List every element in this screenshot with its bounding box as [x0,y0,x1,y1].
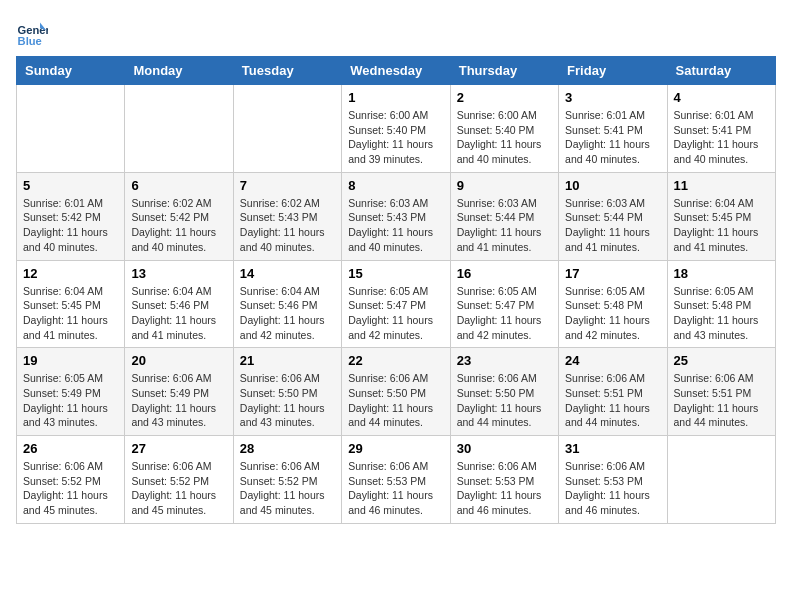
calendar-cell: 25Sunrise: 6:06 AM Sunset: 5:51 PM Dayli… [667,348,775,436]
day-info: Sunrise: 6:00 AM Sunset: 5:40 PM Dayligh… [348,108,443,167]
day-number: 28 [240,441,335,456]
day-info: Sunrise: 6:01 AM Sunset: 5:42 PM Dayligh… [23,196,118,255]
day-number: 25 [674,353,769,368]
calendar-cell: 2Sunrise: 6:00 AM Sunset: 5:40 PM Daylig… [450,85,558,173]
calendar-cell: 8Sunrise: 6:03 AM Sunset: 5:43 PM Daylig… [342,172,450,260]
day-number: 18 [674,266,769,281]
day-info: Sunrise: 6:06 AM Sunset: 5:52 PM Dayligh… [240,459,335,518]
calendar-cell: 28Sunrise: 6:06 AM Sunset: 5:52 PM Dayli… [233,436,341,524]
day-info: Sunrise: 6:04 AM Sunset: 5:45 PM Dayligh… [674,196,769,255]
calendar-cell: 13Sunrise: 6:04 AM Sunset: 5:46 PM Dayli… [125,260,233,348]
calendar-cell: 11Sunrise: 6:04 AM Sunset: 5:45 PM Dayli… [667,172,775,260]
calendar-week: 26Sunrise: 6:06 AM Sunset: 5:52 PM Dayli… [17,436,776,524]
svg-text:General: General [18,24,48,36]
day-number: 15 [348,266,443,281]
day-info: Sunrise: 6:00 AM Sunset: 5:40 PM Dayligh… [457,108,552,167]
day-info: Sunrise: 6:03 AM Sunset: 5:43 PM Dayligh… [348,196,443,255]
day-number: 21 [240,353,335,368]
day-info: Sunrise: 6:04 AM Sunset: 5:46 PM Dayligh… [240,284,335,343]
day-number: 31 [565,441,660,456]
calendar-cell: 23Sunrise: 6:06 AM Sunset: 5:50 PM Dayli… [450,348,558,436]
day-number: 1 [348,90,443,105]
day-info: Sunrise: 6:02 AM Sunset: 5:42 PM Dayligh… [131,196,226,255]
weekday-row: SundayMondayTuesdayWednesdayThursdayFrid… [17,57,776,85]
day-info: Sunrise: 6:05 AM Sunset: 5:47 PM Dayligh… [457,284,552,343]
calendar-cell: 31Sunrise: 6:06 AM Sunset: 5:53 PM Dayli… [559,436,667,524]
calendar-cell: 17Sunrise: 6:05 AM Sunset: 5:48 PM Dayli… [559,260,667,348]
calendar-cell [17,85,125,173]
day-number: 24 [565,353,660,368]
day-info: Sunrise: 6:06 AM Sunset: 5:53 PM Dayligh… [565,459,660,518]
day-info: Sunrise: 6:05 AM Sunset: 5:48 PM Dayligh… [674,284,769,343]
day-number: 26 [23,441,118,456]
weekday-header: Saturday [667,57,775,85]
day-info: Sunrise: 6:06 AM Sunset: 5:50 PM Dayligh… [457,371,552,430]
day-info: Sunrise: 6:05 AM Sunset: 5:49 PM Dayligh… [23,371,118,430]
weekday-header: Monday [125,57,233,85]
svg-text:Blue: Blue [18,35,42,47]
calendar-cell: 7Sunrise: 6:02 AM Sunset: 5:43 PM Daylig… [233,172,341,260]
logo: General Blue [16,16,52,48]
calendar-week: 12Sunrise: 6:04 AM Sunset: 5:45 PM Dayli… [17,260,776,348]
day-number: 29 [348,441,443,456]
calendar-cell: 19Sunrise: 6:05 AM Sunset: 5:49 PM Dayli… [17,348,125,436]
calendar-cell: 14Sunrise: 6:04 AM Sunset: 5:46 PM Dayli… [233,260,341,348]
day-number: 20 [131,353,226,368]
day-number: 19 [23,353,118,368]
calendar-week: 19Sunrise: 6:05 AM Sunset: 5:49 PM Dayli… [17,348,776,436]
calendar-cell [667,436,775,524]
day-number: 13 [131,266,226,281]
day-info: Sunrise: 6:06 AM Sunset: 5:53 PM Dayligh… [457,459,552,518]
weekday-header: Sunday [17,57,125,85]
day-info: Sunrise: 6:06 AM Sunset: 5:49 PM Dayligh… [131,371,226,430]
calendar-cell: 12Sunrise: 6:04 AM Sunset: 5:45 PM Dayli… [17,260,125,348]
calendar-cell: 27Sunrise: 6:06 AM Sunset: 5:52 PM Dayli… [125,436,233,524]
day-number: 14 [240,266,335,281]
day-info: Sunrise: 6:04 AM Sunset: 5:45 PM Dayligh… [23,284,118,343]
logo-icon: General Blue [16,16,48,48]
day-info: Sunrise: 6:06 AM Sunset: 5:52 PM Dayligh… [23,459,118,518]
day-info: Sunrise: 6:02 AM Sunset: 5:43 PM Dayligh… [240,196,335,255]
calendar-body: 1Sunrise: 6:00 AM Sunset: 5:40 PM Daylig… [17,85,776,524]
calendar-cell: 6Sunrise: 6:02 AM Sunset: 5:42 PM Daylig… [125,172,233,260]
calendar-cell: 3Sunrise: 6:01 AM Sunset: 5:41 PM Daylig… [559,85,667,173]
calendar-cell: 21Sunrise: 6:06 AM Sunset: 5:50 PM Dayli… [233,348,341,436]
day-number: 23 [457,353,552,368]
calendar-week: 5Sunrise: 6:01 AM Sunset: 5:42 PM Daylig… [17,172,776,260]
weekday-header: Tuesday [233,57,341,85]
day-number: 5 [23,178,118,193]
day-info: Sunrise: 6:06 AM Sunset: 5:50 PM Dayligh… [348,371,443,430]
calendar-cell: 18Sunrise: 6:05 AM Sunset: 5:48 PM Dayli… [667,260,775,348]
day-info: Sunrise: 6:05 AM Sunset: 5:47 PM Dayligh… [348,284,443,343]
day-number: 7 [240,178,335,193]
calendar-cell [125,85,233,173]
calendar-cell: 10Sunrise: 6:03 AM Sunset: 5:44 PM Dayli… [559,172,667,260]
day-info: Sunrise: 6:01 AM Sunset: 5:41 PM Dayligh… [565,108,660,167]
day-info: Sunrise: 6:03 AM Sunset: 5:44 PM Dayligh… [565,196,660,255]
calendar-cell: 15Sunrise: 6:05 AM Sunset: 5:47 PM Dayli… [342,260,450,348]
weekday-header: Friday [559,57,667,85]
calendar-cell: 9Sunrise: 6:03 AM Sunset: 5:44 PM Daylig… [450,172,558,260]
day-info: Sunrise: 6:04 AM Sunset: 5:46 PM Dayligh… [131,284,226,343]
day-info: Sunrise: 6:06 AM Sunset: 5:53 PM Dayligh… [348,459,443,518]
calendar-cell: 22Sunrise: 6:06 AM Sunset: 5:50 PM Dayli… [342,348,450,436]
day-number: 17 [565,266,660,281]
day-info: Sunrise: 6:06 AM Sunset: 5:51 PM Dayligh… [565,371,660,430]
calendar-table: SundayMondayTuesdayWednesdayThursdayFrid… [16,56,776,524]
day-info: Sunrise: 6:01 AM Sunset: 5:41 PM Dayligh… [674,108,769,167]
day-number: 10 [565,178,660,193]
day-number: 6 [131,178,226,193]
calendar-cell: 16Sunrise: 6:05 AM Sunset: 5:47 PM Dayli… [450,260,558,348]
calendar-cell: 30Sunrise: 6:06 AM Sunset: 5:53 PM Dayli… [450,436,558,524]
day-number: 4 [674,90,769,105]
calendar-cell: 29Sunrise: 6:06 AM Sunset: 5:53 PM Dayli… [342,436,450,524]
day-number: 30 [457,441,552,456]
day-number: 22 [348,353,443,368]
calendar-cell: 5Sunrise: 6:01 AM Sunset: 5:42 PM Daylig… [17,172,125,260]
calendar-cell: 24Sunrise: 6:06 AM Sunset: 5:51 PM Dayli… [559,348,667,436]
day-info: Sunrise: 6:05 AM Sunset: 5:48 PM Dayligh… [565,284,660,343]
day-number: 2 [457,90,552,105]
calendar-cell [233,85,341,173]
weekday-header: Thursday [450,57,558,85]
page-header: General Blue [16,16,776,48]
